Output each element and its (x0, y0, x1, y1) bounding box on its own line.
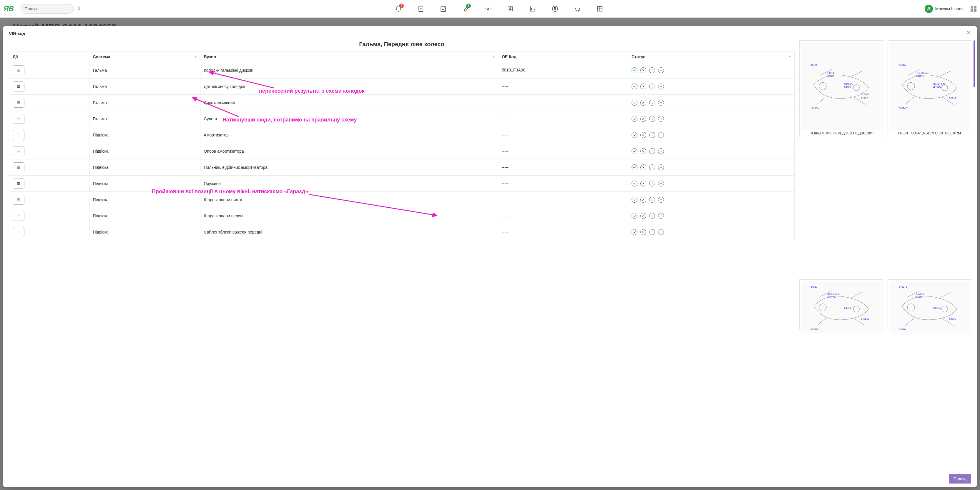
search-input[interactable] (25, 6, 76, 11)
car-icon[interactable] (573, 5, 582, 13)
dollar-icon[interactable] (551, 5, 559, 13)
grid-icon[interactable] (596, 5, 604, 13)
wrench-badge: 3 (466, 3, 471, 8)
svg-point-0 (77, 6, 80, 9)
svg-point-11 (510, 8, 511, 9)
id-card-icon[interactable] (506, 5, 514, 13)
app-header: ЯВ 2 3 (0, 0, 980, 17)
header-toolbar: 2 3 (79, 5, 920, 13)
notification-badge: 2 (399, 3, 404, 8)
calendar-check-icon[interactable] (439, 5, 447, 13)
svg-rect-5 (441, 7, 445, 11)
user-area[interactable]: Максим Іванов (925, 5, 977, 13)
search-box[interactable] (21, 4, 74, 14)
chart-icon[interactable] (528, 5, 537, 13)
document-add-icon[interactable] (417, 5, 425, 13)
gear-icon[interactable] (484, 5, 492, 13)
user-name: Максим Іванов (935, 6, 964, 11)
svg-point-9 (487, 8, 489, 10)
avatar (925, 5, 933, 13)
apps-grid-icon[interactable] (970, 6, 977, 12)
logo: ЯВ (3, 5, 14, 13)
svg-line-1 (79, 9, 80, 10)
wrench-icon[interactable]: 3 (461, 5, 470, 13)
bell-icon[interactable]: 2 (395, 5, 402, 13)
svg-point-23 (928, 7, 929, 8)
search-icon (76, 6, 81, 12)
